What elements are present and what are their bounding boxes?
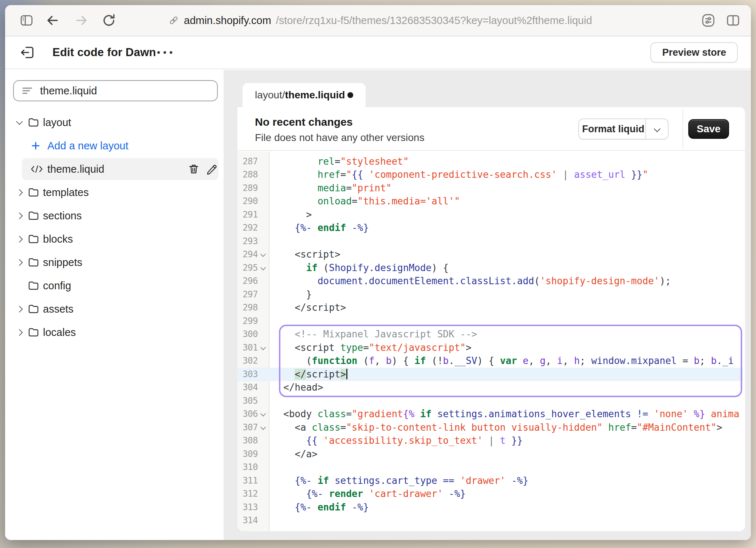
code-line[interactable]: 314 (237, 514, 745, 527)
code-line[interactable]: 286 <link (237, 152, 745, 155)
page-title: Edit code for Dawn (52, 46, 156, 59)
add-new-layout-button[interactable]: Add a new layout (5, 134, 224, 157)
code-line[interactable]: 287 rel="stylesheet" (237, 155, 745, 168)
code-line[interactable]: 292 {%- endif -%} (237, 221, 745, 235)
code-line[interactable]: 296 document.documentElement.classList.a… (237, 274, 745, 288)
tree-label: sections (43, 210, 82, 222)
tree-folder-config[interactable]: config (5, 274, 224, 297)
code-line[interactable]: 313 {%- endif -%} (237, 501, 745, 514)
code-line[interactable]: 307 <a class="skip-to-content-link butto… (237, 421, 745, 434)
url-host: admin.shopify.com (184, 15, 271, 27)
chevron-down-icon[interactable] (15, 118, 24, 127)
fold-gutter (258, 474, 269, 488)
chevron-right-icon[interactable] (15, 234, 24, 244)
fold-chevron-icon[interactable] (258, 248, 269, 261)
tree-label: templates (43, 187, 89, 199)
exit-editor-button[interactable] (19, 44, 36, 61)
back-icon[interactable] (46, 13, 60, 27)
code-line[interactable]: 289 media="print" (237, 181, 745, 195)
code-line[interactable]: 291 > (237, 208, 745, 222)
chevron-right-icon[interactable] (15, 304, 24, 314)
fold-gutter (258, 221, 269, 235)
preview-store-button[interactable]: Preview store (650, 42, 738, 63)
tree-label: assets (43, 303, 74, 315)
fold-chevron-icon[interactable] (258, 407, 269, 421)
code-line[interactable]: 310 (237, 461, 745, 474)
fold-gutter (258, 274, 269, 288)
code-line[interactable]: 312 {%- render 'cart-drawer' -%} (237, 487, 745, 501)
file-search-input[interactable] (40, 85, 193, 97)
code-file-icon (31, 164, 43, 175)
file-tree: layout Add a new layout theme.liq (5, 111, 224, 344)
save-button[interactable]: Save (688, 119, 729, 139)
code-line[interactable]: 308 {{ 'accessibility.skip_to_text' | t … (237, 434, 745, 447)
tree-label: theme.liquid (47, 163, 104, 175)
fold-gutter (258, 447, 269, 461)
file-sidebar: layout Add a new layout theme.liq (5, 70, 224, 540)
plus-icon (31, 141, 41, 151)
file-search-box[interactable] (13, 80, 218, 101)
chevron-right-icon[interactable] (15, 188, 24, 197)
code-line[interactable]: 304</head> (237, 381, 745, 394)
tree-file-theme-liquid[interactable]: theme.liquid (5, 157, 224, 181)
delete-file-button[interactable] (188, 163, 200, 175)
code-line[interactable]: 298 </script> (237, 301, 745, 314)
code-line[interactable]: 288 href="{{ 'component-predictive-searc… (237, 168, 745, 181)
filter-icon (21, 85, 34, 97)
editor-panel-header: No recent changes File does not have any… (237, 107, 745, 151)
reload-icon[interactable] (102, 13, 116, 28)
format-liquid-button[interactable]: Format liquid (579, 124, 645, 135)
tree-folder-templates[interactable]: templates (5, 181, 224, 204)
fold-chevron-icon[interactable] (258, 341, 269, 355)
tree-folder-assets[interactable]: assets (5, 297, 224, 321)
chevron-right-icon[interactable] (15, 258, 24, 267)
editor-panel: No recent changes File does not have any… (237, 107, 745, 531)
code-line[interactable]: 306<body class="gradient{% if settings.a… (237, 407, 745, 421)
code-line[interactable]: 300 <!-- Mixpanel Javascript SDK --> (237, 328, 745, 341)
code-line[interactable]: 299 (237, 314, 745, 328)
tab-layout-theme-liquid[interactable]: layout/theme.liquid (243, 83, 366, 107)
code-line[interactable]: 301 <script type="text/javascript"> (237, 341, 745, 355)
fold-gutter (258, 368, 269, 381)
code-line[interactable]: 311 {%- if settings.cart_type == 'drawer… (237, 474, 745, 488)
split-view-icon[interactable] (725, 13, 741, 28)
folder-icon (28, 280, 39, 291)
code-line[interactable]: 294 <script> (237, 248, 745, 261)
forward-icon[interactable] (74, 13, 88, 27)
browser-window: admin.shopify.com/store/rzq1xu-f5/themes… (5, 5, 751, 540)
tab-file-name: theme.liquid (285, 89, 345, 101)
code-line[interactable]: 302 (function (f, b) { if (!b.__SV) { va… (237, 354, 745, 368)
content-area: layout Add a new layout theme.liq (5, 70, 751, 540)
text-caret (346, 369, 347, 379)
sidebar-toggle-icon[interactable] (20, 13, 34, 27)
fold-gutter (258, 235, 269, 248)
overflow-menu-icon[interactable] (154, 48, 176, 58)
code-editor[interactable]: 286 <link287 rel="stylesheet"288 href="{… (237, 152, 745, 531)
tree-folder-layout[interactable]: layout (5, 111, 224, 134)
code-line[interactable]: 309 </a> (237, 447, 745, 461)
changes-status-subtitle: File does not have any other versions (255, 132, 424, 144)
editor-region: layout/theme.liquid No recent changes Fi… (224, 70, 751, 540)
code-line[interactable]: 305 (237, 394, 745, 408)
rename-file-button[interactable] (205, 163, 217, 175)
chevron-right-icon[interactable] (15, 211, 24, 220)
folder-icon (28, 257, 39, 268)
tree-label: blocks (43, 233, 73, 245)
code-line[interactable]: 293 (237, 235, 745, 248)
tree-folder-locales[interactable]: locales (5, 321, 224, 344)
code-line[interactable]: 290 onload="this.media='all'" (237, 195, 745, 208)
folder-icon (28, 326, 39, 338)
fold-chevron-icon[interactable] (258, 421, 269, 434)
format-options-dropdown[interactable] (645, 119, 668, 139)
address-bar[interactable]: admin.shopify.com/store/rzq1xu-f5/themes… (168, 5, 592, 36)
fold-gutter (258, 181, 269, 195)
tree-folder-sections[interactable]: sections (5, 204, 224, 227)
tree-folder-snippets[interactable]: snippets (5, 251, 224, 274)
page-settings-icon[interactable] (701, 13, 716, 28)
code-line[interactable]: 303 </script> (237, 368, 745, 381)
code-line[interactable]: 295 if (Shopify.designMode) { (237, 261, 745, 275)
tree-folder-blocks[interactable]: blocks (5, 227, 224, 251)
chevron-right-icon[interactable] (15, 328, 24, 337)
fold-chevron-icon[interactable] (258, 261, 269, 275)
code-line[interactable]: 297 } (237, 288, 745, 301)
